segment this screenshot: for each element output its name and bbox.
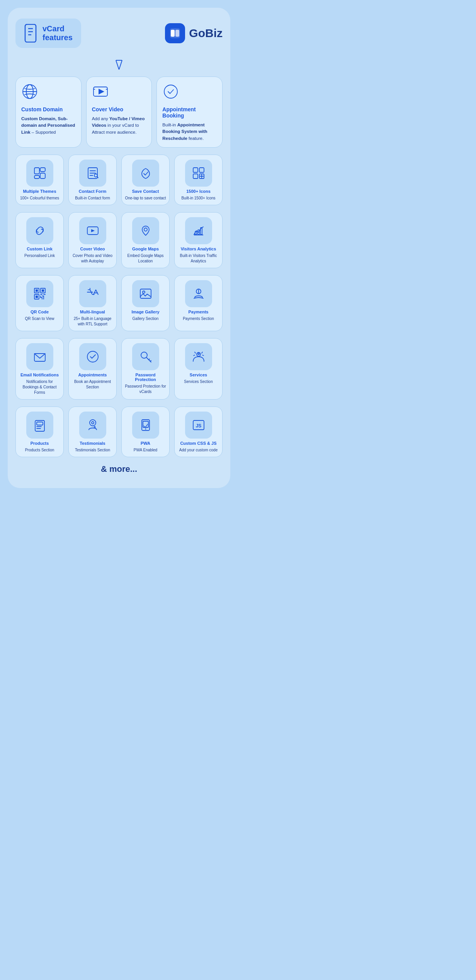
custom-css-js-icon: JS bbox=[185, 412, 212, 439]
svg-line-63 bbox=[149, 359, 150, 360]
logo-text: GoBiz bbox=[189, 27, 223, 40]
cover-video-desc: Add any YouTube / Vimeo Videos in your v… bbox=[92, 116, 146, 136]
feature-card-password-protection: Password Protection Password Protection … bbox=[121, 338, 170, 400]
svg-point-66 bbox=[198, 353, 199, 355]
custom-domain-title: Custom Domain bbox=[21, 106, 76, 112]
testimonials-name: Testimonials bbox=[80, 441, 105, 446]
icons-1500-desc: Built-in 1500+ Icons bbox=[181, 196, 215, 201]
email-notifications-desc: Notifications for Bookings & Contact For… bbox=[19, 379, 60, 395]
top-cards-row: Custom Domain Custom Domain, Sub-domain … bbox=[15, 77, 223, 148]
vcard-title-text: vCard features bbox=[42, 24, 73, 42]
custom-link-desc: Personalised Link bbox=[24, 253, 55, 259]
visitors-analytics-icon bbox=[185, 217, 212, 244]
testimonials-icon bbox=[79, 412, 106, 439]
feature-card-multiple-themes: Multiple Themes 100+ Colourful themes bbox=[15, 155, 64, 205]
password-protection-icon bbox=[132, 343, 159, 370]
svg-rect-5 bbox=[171, 30, 175, 37]
custom-domain-icon bbox=[21, 83, 76, 103]
qr-code-icon bbox=[26, 280, 53, 307]
svg-rect-72 bbox=[37, 422, 43, 425]
image-gallery-icon bbox=[132, 280, 159, 307]
products-name: Products bbox=[31, 441, 49, 446]
feature-row: Email Notifications Notifications for Bo… bbox=[15, 338, 223, 400]
svg-line-68 bbox=[202, 352, 202, 353]
pwa-name: PWA bbox=[141, 441, 150, 446]
gobiz-logo-icon bbox=[165, 23, 185, 43]
services-name: Services bbox=[190, 373, 207, 377]
image-gallery-desc: Gallery Section bbox=[133, 316, 159, 322]
multi-lingual-icon bbox=[79, 280, 106, 307]
save-contact-name: Save Contact bbox=[132, 189, 159, 194]
email-notifications-name: Email Notifications bbox=[20, 373, 59, 377]
testimonials-desc: Testimonials Section bbox=[75, 447, 110, 453]
password-protection-desc: Password Protection for vCards bbox=[125, 384, 166, 395]
svg-marker-14 bbox=[99, 89, 104, 94]
vcard-line1: vCard bbox=[42, 24, 73, 33]
svg-point-79 bbox=[145, 428, 146, 429]
svg-rect-44 bbox=[42, 289, 44, 292]
feature-card-save-contact: Save Contact One-tap to save contact bbox=[121, 155, 170, 205]
appointments-name: Appointments bbox=[78, 373, 107, 377]
sparkle-decoration bbox=[15, 59, 223, 73]
svg-line-69 bbox=[194, 355, 195, 356]
svg-point-75 bbox=[90, 420, 96, 426]
svg-line-64 bbox=[150, 361, 151, 361]
multiple-themes-icon bbox=[26, 160, 53, 187]
contact-form-icon bbox=[79, 160, 106, 187]
save-contact-desc: One-tap to save contact bbox=[125, 196, 166, 201]
google-maps-name: Google Maps bbox=[132, 247, 159, 251]
google-maps-icon bbox=[132, 217, 159, 244]
vcard-badge: vCard features bbox=[15, 19, 81, 48]
more-text: & more... bbox=[15, 464, 223, 474]
custom-link-name: Custom Link bbox=[27, 247, 53, 251]
custom-domain-desc: Custom Domain, Sub-domain and Personalis… bbox=[21, 116, 76, 136]
multiple-themes-desc: 100+ Colourful themes bbox=[20, 196, 59, 201]
pwa-icon bbox=[132, 412, 159, 439]
feature-card-image-gallery: Image Gallery Gallery Section bbox=[121, 275, 170, 331]
services-icon bbox=[185, 343, 212, 370]
svg-point-56 bbox=[143, 291, 145, 293]
qr-code-name: QR Code bbox=[31, 310, 49, 314]
svg-rect-19 bbox=[40, 168, 45, 172]
services-desc: Services Section bbox=[184, 379, 212, 385]
svg-line-8 bbox=[119, 60, 122, 70]
svg-rect-40 bbox=[201, 228, 202, 235]
feature-grid: Multiple Themes 100+ Colourful themes Co… bbox=[15, 155, 223, 457]
svg-text:JS: JS bbox=[196, 423, 201, 429]
appointment-booking-icon bbox=[162, 83, 217, 103]
top-card-cover-video: Cover Video Add any YouTube / Vimeo Vide… bbox=[86, 77, 152, 148]
gobiz-icon-svg bbox=[169, 27, 181, 39]
products-desc: Products Section bbox=[25, 447, 54, 453]
page-container: vCard features GoBiz bbox=[8, 8, 230, 488]
svg-rect-18 bbox=[34, 168, 39, 174]
appointment-booking-desc: Built-in Appointment Booking System with… bbox=[162, 122, 217, 142]
feature-card-products: Products Products Section bbox=[15, 407, 64, 457]
cover-video-title: Cover Video bbox=[92, 106, 146, 112]
svg-rect-30 bbox=[193, 174, 198, 179]
svg-point-36 bbox=[144, 228, 147, 231]
appointments-desc: Book an Appointment Section bbox=[72, 379, 113, 390]
feature-card-services: Services Services Section bbox=[174, 338, 223, 400]
contact-form-desc: Built-in Contact form bbox=[75, 196, 110, 201]
svg-line-70 bbox=[202, 355, 204, 356]
feature-card-payments: Payments Payments Section bbox=[174, 275, 223, 331]
feature-row: QR Code QR Scan to View Multi-lingual 25… bbox=[15, 275, 223, 331]
vcard-phone-icon bbox=[24, 24, 37, 43]
feature-card-google-maps: Google Maps Embed Google Maps Location bbox=[121, 212, 170, 268]
feature-card-cover-video-2: Cover Video Cover Photo and Video with A… bbox=[68, 212, 117, 268]
cover-video-2-desc: Cover Photo and Video with Autoplay bbox=[72, 253, 113, 264]
contact-form-name: Contact Form bbox=[79, 189, 107, 194]
feature-card-testimonials: Testimonials Testimonials Section bbox=[68, 407, 117, 457]
svg-point-60 bbox=[87, 351, 98, 362]
custom-css-js-desc: Add your custom code bbox=[179, 447, 218, 453]
image-gallery-name: Image Gallery bbox=[131, 310, 159, 314]
appointments-icon bbox=[79, 343, 106, 370]
cover-video-2-name: Cover Video bbox=[80, 247, 105, 251]
icons-1500-name: 1500+ Icons bbox=[186, 189, 211, 194]
feature-card-icons-1500: 1500+ Icons Built-in 1500+ Icons bbox=[174, 155, 223, 205]
appointment-booking-title: Appointment Booking bbox=[162, 106, 217, 119]
multi-lingual-desc: 25+ Built-in Language with RTL Support bbox=[72, 316, 113, 327]
pwa-desc: PWA Enabled bbox=[134, 447, 157, 453]
feature-card-email-notifications: Email Notifications Notifications for Bo… bbox=[15, 338, 64, 400]
sparkle-icon bbox=[111, 59, 127, 70]
